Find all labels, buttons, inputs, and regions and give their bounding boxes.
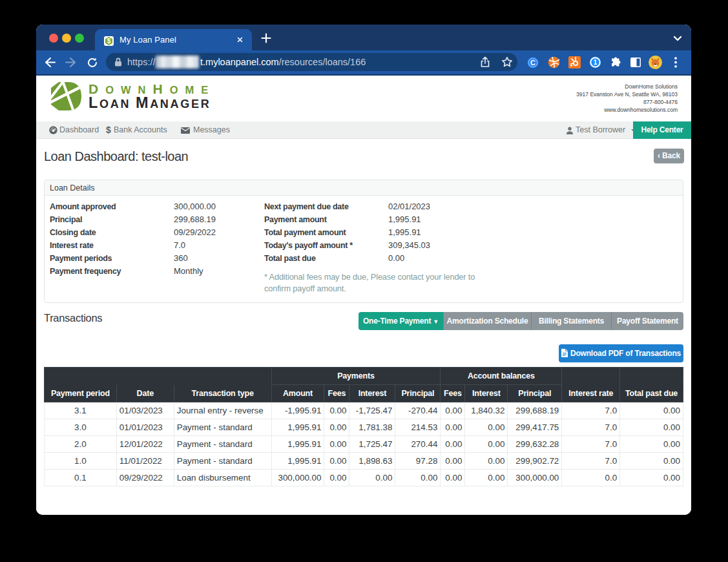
svg-text:1: 1	[594, 59, 598, 66]
svg-text:C: C	[530, 59, 536, 67]
svg-text:$: $	[107, 37, 111, 45]
